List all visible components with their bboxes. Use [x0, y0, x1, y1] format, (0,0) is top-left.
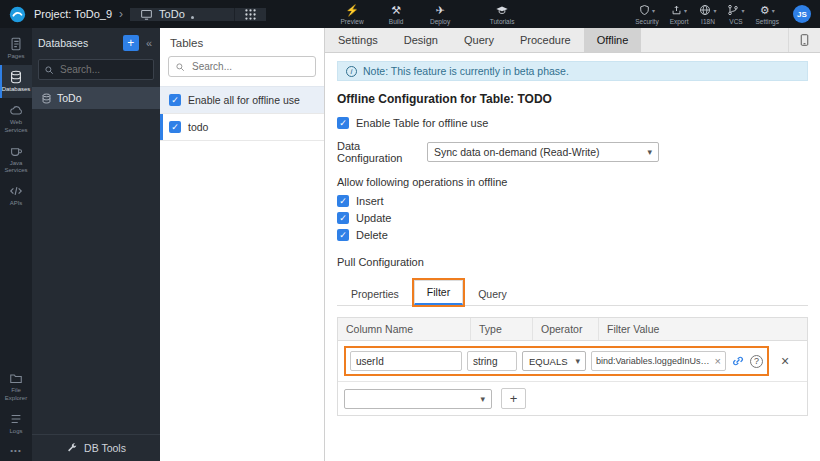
globe-icon — [699, 4, 711, 16]
tab-query[interactable]: Query — [451, 28, 507, 52]
insert-checkbox[interactable] — [337, 195, 349, 207]
tab-settings[interactable]: Settings — [325, 28, 391, 52]
bind-link-icon[interactable] — [731, 354, 745, 368]
user-avatar[interactable]: JS — [793, 5, 811, 23]
delete-row-icon[interactable]: × — [769, 353, 801, 369]
sidebar-item-apis[interactable]: APIs — [0, 179, 32, 212]
todo-table-checkbox[interactable] — [169, 121, 181, 133]
chevron-down-icon: ▾ — [772, 7, 775, 14]
help-icon[interactable]: ? — [750, 355, 763, 368]
code-icon — [9, 184, 23, 198]
page-tab-label: ToDo — [159, 8, 185, 20]
database-item-todo[interactable]: ToDo — [32, 87, 160, 109]
top-bar: Project: ToDo_9 › ToDo ⚡ Preview ⚒ Build… — [0, 0, 820, 28]
top-bar-actions: ⚡ Preview ⚒ Build ✈ Deploy Tutorials — [338, 0, 516, 28]
operation-update-row[interactable]: Update — [337, 212, 808, 224]
clear-binding-icon[interactable]: × — [715, 355, 721, 367]
filter-table-row: EQUALS ▾ bind:Variables.loggedInUser.dat… — [338, 341, 807, 382]
tutorials-button[interactable]: Tutorials — [488, 4, 516, 25]
enable-table-checkbox[interactable] — [337, 117, 349, 129]
more-options-icon[interactable]: ••• — [0, 440, 32, 461]
export-icon — [671, 4, 682, 16]
column-name-input[interactable] — [350, 351, 462, 371]
chevron-down-icon: ▾ — [647, 147, 652, 157]
data-config-select[interactable]: Sync data on-demand (Read-Write) ▾ — [427, 142, 659, 162]
page-tab-todo[interactable]: ToDo — [130, 8, 234, 21]
operator-value: EQUALS — [529, 356, 568, 367]
tables-search-input[interactable] — [190, 60, 309, 73]
unsaved-indicator — [191, 16, 194, 19]
tab-procedure[interactable]: Procedure — [507, 28, 584, 52]
databases-panel: Databases + « ToDo DB Tools — [32, 28, 160, 461]
filter-table-header: Column Name Type Operator Filter Value — [338, 318, 807, 341]
update-checkbox[interactable] — [337, 212, 349, 224]
database-icon — [9, 70, 23, 84]
database-icon — [41, 93, 52, 104]
enable-all-row[interactable]: Enable all for offline use — [160, 86, 324, 114]
chevron-down-icon: ▾ — [713, 7, 716, 14]
tables-panel-title: Tables — [160, 28, 324, 56]
settings-button[interactable]: ⚙ ▾ Settings — [756, 4, 780, 25]
preview-icon: ⚡ — [345, 4, 359, 17]
deploy-icon: ✈ — [435, 4, 444, 17]
security-button[interactable]: ▾ Security — [635, 4, 658, 25]
add-column-select[interactable]: ▾ — [344, 389, 492, 409]
operation-insert-row[interactable]: Insert — [337, 195, 808, 207]
beta-note-text: Note: This feature is currently in beta … — [363, 65, 569, 77]
shield-icon — [639, 4, 650, 16]
export-button[interactable]: ▾ Export — [670, 4, 689, 25]
folder-icon — [9, 371, 23, 385]
db-tools-button[interactable]: DB Tools — [32, 434, 160, 461]
sidebar-item-java-services[interactable]: Java Services — [0, 139, 32, 179]
chevron-down-icon: ▾ — [480, 394, 485, 404]
tab-query-sub[interactable]: Query — [466, 283, 519, 305]
sidebar-item-logs[interactable]: Logs — [0, 407, 32, 440]
operation-delete-row[interactable]: Delete — [337, 229, 808, 241]
sidebar-item-databases[interactable]: Databases — [0, 65, 32, 98]
page-title: Offline Configuration for Table: TODO — [337, 92, 808, 106]
delete-checkbox[interactable] — [337, 229, 349, 241]
deploy-button[interactable]: ✈ Deploy — [426, 4, 454, 25]
tab-offline[interactable]: Offline — [584, 28, 642, 52]
database-search-input[interactable] — [58, 63, 148, 76]
collapse-panel-icon[interactable]: « — [144, 37, 154, 49]
chevron-down-icon: ▾ — [684, 7, 687, 14]
filter-value-field[interactable]: bind:Variables.loggedInUser.data × — [591, 351, 726, 371]
enable-all-label: Enable all for offline use — [188, 94, 300, 106]
type-input[interactable] — [467, 351, 517, 371]
chevron-down-icon: ▾ — [741, 7, 744, 14]
filter-value-text: bind:Variables.loggedInUser.data — [596, 356, 712, 366]
preview-button[interactable]: ⚡ Preview — [338, 4, 366, 25]
tab-properties[interactable]: Properties — [339, 283, 411, 305]
build-button[interactable]: ⚒ Build — [382, 4, 410, 25]
table-row-label: todo — [188, 121, 208, 133]
database-item-label: ToDo — [57, 92, 82, 104]
tab-design[interactable]: Design — [391, 28, 451, 52]
data-config-value: Sync data on-demand (Read-Write) — [434, 146, 600, 158]
insert-label: Insert — [356, 195, 384, 207]
table-row-todo[interactable]: todo — [160, 114, 324, 141]
chevron-down-icon: ▾ — [652, 7, 655, 14]
search-icon — [44, 65, 54, 75]
sidebar-item-web-services[interactable]: Web Services — [0, 98, 32, 138]
vcs-button[interactable]: ▾ VCS — [727, 4, 744, 25]
databases-panel-title: Databases — [38, 37, 88, 49]
sidebar-item-file-explorer[interactable]: File Explorer — [0, 366, 32, 406]
database-search-box — [38, 59, 154, 80]
cloud-icon — [9, 103, 23, 117]
data-config-label: Data Configuration — [337, 140, 427, 164]
device-preview-icon[interactable] — [788, 28, 820, 52]
wavemaker-logo[interactable] — [9, 6, 26, 23]
sidebar-item-pages[interactable]: Pages — [0, 32, 32, 65]
filter-table-footer: ▾ + — [338, 382, 807, 415]
grid-icon[interactable] — [234, 8, 266, 21]
add-database-button[interactable]: + — [123, 35, 139, 51]
i18n-button[interactable]: ▾ I18N — [699, 4, 716, 25]
tab-filter[interactable]: Filter — [414, 280, 463, 305]
enable-table-row[interactable]: Enable Table for offline use — [337, 117, 808, 129]
add-filter-button[interactable]: + — [501, 388, 526, 409]
operator-select[interactable]: EQUALS ▾ — [522, 351, 586, 371]
main-row: Pages Databases Web Services Java Servic… — [0, 28, 820, 461]
top-bar-right: ▾ Security ▾ Export ▾ I18N — [635, 0, 820, 28]
enable-all-checkbox[interactable] — [169, 94, 181, 106]
